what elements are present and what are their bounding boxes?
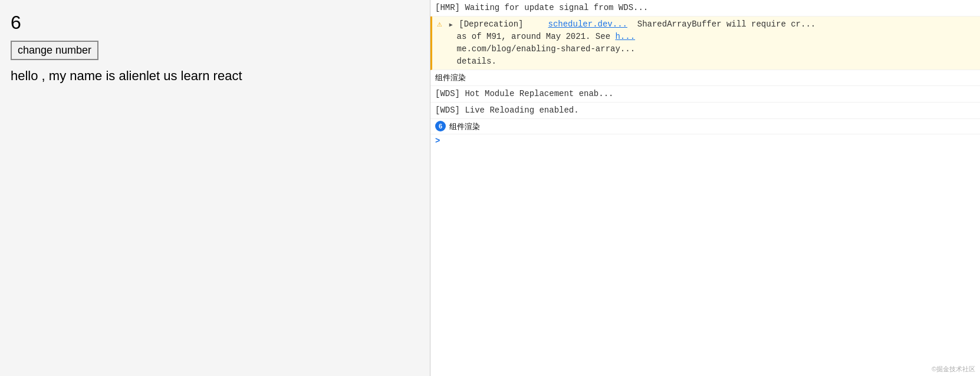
- watermark: ©掘金技术社区: [430, 362, 980, 376]
- render-count-badge: 6: [435, 121, 446, 131]
- console-line-render-badge: 6 组件渲染: [430, 119, 980, 135]
- deprecation-body4: details.: [437, 57, 496, 66]
- console-line-wds-hmr: [WDS] Hot Module Replacement enab...: [430, 86, 980, 103]
- warning-icon: ⚠: [437, 19, 442, 29]
- deprecation-body: SharedArrayBuffer will require cr...: [632, 19, 815, 29]
- render-label-1: 组件渲染: [435, 73, 466, 82]
- render-label-2: 组件渲染: [449, 121, 480, 133]
- deprecation-prefix: [Deprecation]: [459, 19, 543, 29]
- devtools-console-panel: [HMR] Waiting for update signal from WDS…: [430, 0, 980, 376]
- deprecation-body2: as of M91, around May 2021. See: [437, 32, 615, 41]
- app-number: 6: [11, 12, 419, 34]
- console-line-deprecation: ⚠ ▶ [Deprecation] scheduler.dev... Share…: [430, 17, 980, 70]
- deprecation-link2[interactable]: h...: [615, 32, 635, 41]
- console-line-hmr: [HMR] Waiting for update signal from WDS…: [430, 0, 980, 17]
- app-preview-panel: 6 change number hello , my name is alien…: [0, 0, 430, 376]
- console-chevron[interactable]: >: [430, 134, 980, 147]
- expand-icon[interactable]: ▶: [449, 22, 453, 28]
- deprecation-link[interactable]: scheduler.dev...: [548, 19, 627, 29]
- app-description: hello , my name is alienlet us learn rea…: [11, 68, 419, 84]
- wds-hmr-text: [WDS] Hot Module Replacement enab...: [435, 89, 613, 98]
- deprecation-body3: me.com/blog/enabling-shared-array...: [437, 44, 635, 54]
- console-line-wds-live: [WDS] Live Reloading enabled.: [430, 103, 980, 119]
- wds-live-text: [WDS] Live Reloading enabled.: [435, 105, 579, 115]
- console-line-render1: 组件渲染: [430, 70, 980, 86]
- change-number-button[interactable]: change number: [11, 41, 98, 60]
